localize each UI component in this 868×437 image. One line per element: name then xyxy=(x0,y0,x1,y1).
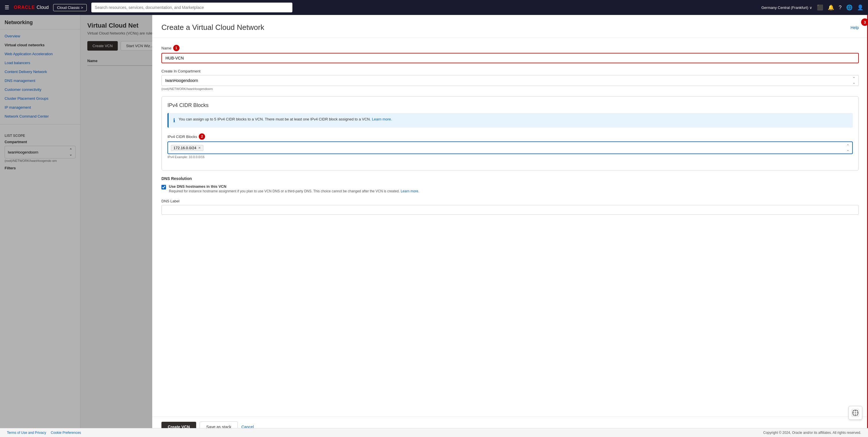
terms-link[interactable]: Terms of Use and Privacy xyxy=(7,431,46,435)
cidr-tag-value: 172.16.0.0/24 xyxy=(174,146,196,150)
modal-title: Create a Virtual Cloud Network xyxy=(161,23,264,32)
dns-checkbox-label: Use DNS hostnames in this VCN xyxy=(169,184,420,188)
top-nav: ☰ ORACLE Cloud Cloud Classic > Germany C… xyxy=(0,0,868,15)
cidr-info-box: ℹ You can assign up to 5 IPv4 CIDR block… xyxy=(167,113,853,128)
badge-2: 2 xyxy=(199,134,205,140)
region-arrow-icon: ∨ xyxy=(809,5,812,10)
compartment-select-wrapper: IwanHoogendoorn ⌃⌄ xyxy=(161,75,859,86)
modal-panel: 3 Create a Virtual Cloud Network Help Na… xyxy=(152,15,868,437)
compartment-field-label: Create In Compartment xyxy=(161,69,859,73)
cloud-logo-text: Cloud xyxy=(37,5,49,10)
oracle-logo: ORACLE Cloud xyxy=(14,5,49,10)
cidr-example-text: IPv4 Example: 10.0.0.0/16 xyxy=(167,155,853,159)
hamburger-icon[interactable]: ☰ xyxy=(5,4,9,11)
cidr-tag-remove-icon[interactable]: ✕ xyxy=(198,146,201,150)
svg-point-9 xyxy=(855,414,856,415)
svg-point-8 xyxy=(853,414,854,415)
oracle-logo-text: ORACLE xyxy=(14,5,35,10)
compartment-field-select[interactable]: IwanHoogendoorn xyxy=(161,75,859,86)
cidr-section-title: IPv4 CIDR Blocks xyxy=(167,103,853,108)
dns-checkbox-row: Use DNS hostnames in this VCN Required f… xyxy=(161,184,859,193)
cidr-label: IPv4 CIDR Blocks 2 xyxy=(167,134,853,140)
region-selector[interactable]: Germany Central (Frankfurt) ∨ xyxy=(762,5,812,10)
badge-1: 1 xyxy=(173,45,180,51)
copyright-text: Copyright © 2024, Oracle and/or its affi… xyxy=(763,431,861,435)
search-input[interactable] xyxy=(91,3,292,12)
dns-checkbox-desc: Required for instance hostname assignmen… xyxy=(169,189,420,193)
modal-overlay: 3 Create a Virtual Cloud Network Help Na… xyxy=(0,15,868,437)
modal-header: Create a Virtual Cloud Network Help xyxy=(152,15,868,38)
svg-point-6 xyxy=(855,412,856,413)
svg-point-7 xyxy=(857,412,858,413)
svg-point-3 xyxy=(855,410,856,411)
user-avatar-icon[interactable]: 👤 xyxy=(857,4,863,11)
nav-right: Germany Central (Frankfurt) ∨ ⬛ 🔔 ? 🌐 👤 xyxy=(762,4,863,11)
compartment-form-group: Create In Compartment IwanHoogendoorn ⌃⌄… xyxy=(161,69,859,91)
dns-label-section: DNS Label xyxy=(161,199,859,215)
compartment-field-path: (root)/NETWORK/IwanHoogendoorn xyxy=(161,87,859,91)
cidr-learn-more-link[interactable]: Learn more. xyxy=(372,117,392,121)
name-label: Name 1 xyxy=(161,45,859,51)
badge-3: 3 xyxy=(861,19,868,26)
cidr-text-input[interactable] xyxy=(206,145,844,150)
bottom-bar: Terms of Use and Privacy Cookie Preferen… xyxy=(0,428,868,437)
dns-learn-more-link[interactable]: Learn more. xyxy=(401,189,420,193)
dns-section-title: DNS Resolution xyxy=(161,176,859,181)
bottom-links: Terms of Use and Privacy Cookie Preferen… xyxy=(7,431,81,435)
help-link[interactable]: Help xyxy=(850,25,859,30)
modal-body: Name 1 Create In Compartment IwanHoogend… xyxy=(152,38,868,416)
cidr-tag: 172.16.0.0/24 ✕ xyxy=(171,145,204,151)
cidr-info-text: You can assign up to 5 IPv4 CIDR blocks … xyxy=(179,117,392,121)
svg-point-4 xyxy=(857,410,858,411)
cidr-input-wrapper: 172.16.0.0/24 ✕ ⌃⌄ xyxy=(167,141,853,154)
info-icon: ℹ xyxy=(173,117,175,124)
region-label: Germany Central (Frankfurt) xyxy=(762,5,808,10)
cloud-classic-button[interactable]: Cloud Classic > xyxy=(53,4,87,11)
dns-checkbox-content: Use DNS hostnames in this VCN Required f… xyxy=(169,184,420,193)
cidr-arrow-icon: ⌃⌄ xyxy=(846,144,849,152)
dns-label-field-label: DNS Label xyxy=(161,199,859,203)
name-form-group: Name 1 xyxy=(161,45,859,63)
dns-section: DNS Resolution Use DNS hostnames in this… xyxy=(161,176,859,193)
bell-icon[interactable]: 🔔 xyxy=(828,4,834,11)
help-widget[interactable] xyxy=(848,406,862,420)
svg-point-5 xyxy=(853,412,854,413)
cidr-form-group: IPv4 CIDR Blocks 2 172.16.0.0/24 ✕ ⌃⌄ IP… xyxy=(167,134,853,159)
cookie-link[interactable]: Cookie Preferences xyxy=(51,431,81,435)
cidr-section: IPv4 CIDR Blocks ℹ You can assign up to … xyxy=(161,96,859,171)
globe-icon[interactable]: 🌐 xyxy=(846,4,852,11)
svg-point-10 xyxy=(857,414,858,415)
name-input[interactable] xyxy=(161,53,859,63)
dns-checkbox[interactable] xyxy=(161,185,166,190)
dns-label-input[interactable] xyxy=(161,205,859,215)
svg-point-2 xyxy=(853,410,854,411)
help-circle-icon[interactable]: ? xyxy=(839,5,842,11)
terminal-icon[interactable]: ⬛ xyxy=(817,4,823,11)
